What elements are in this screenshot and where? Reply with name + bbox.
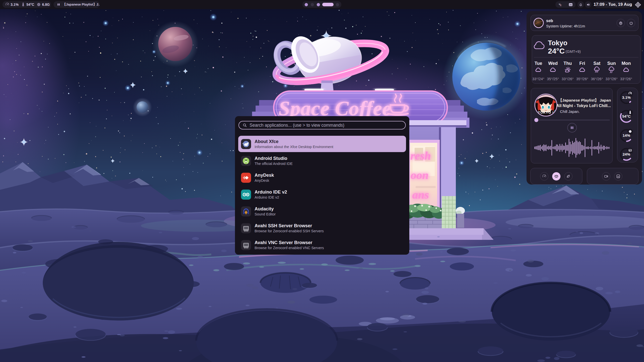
svg-text:(GMT+9): (GMT+9) [566, 49, 581, 54]
svg-text:Wed: Wed [548, 61, 558, 66]
svg-text:33°/26°: 33°/26° [620, 77, 632, 81]
svg-text:Tokyo: Tokyo [548, 39, 568, 47]
svg-text:24°C: 24°C [548, 47, 565, 55]
svg-text:Chill Japan.: Chill Japan. [560, 109, 580, 114]
svg-text:54°C: 54°C [622, 114, 631, 118]
svg-text:3.1%: 3.1% [622, 95, 631, 100]
svg-text:Thu: Thu [564, 61, 572, 66]
svg-text:14%: 14% [623, 133, 630, 138]
svg-text:Mon: Mon [622, 61, 631, 66]
svg-text:33°/26°: 33°/26° [561, 77, 574, 81]
svg-text:C: C [560, 4, 561, 7]
svg-text:Sun: Sun [607, 61, 616, 66]
svg-text:35°/26°: 35°/26° [576, 77, 588, 81]
svg-text:Sat: Sat [593, 61, 600, 66]
svg-text:ans: ans [412, 188, 429, 201]
svg-text:33°/24°: 33°/24° [532, 77, 544, 81]
svg-text:resh: resh [410, 149, 431, 162]
svg-text:oon: oon [411, 169, 429, 182]
svg-text:35°/25°: 35°/25° [547, 77, 559, 81]
svg-text:33°/26°: 33°/26° [606, 77, 618, 81]
svg-text:【Japanese Playlist】 Japan: 【Japanese Playlist】 Japan [558, 98, 611, 102]
svg-text:24%: 24% [623, 152, 630, 156]
svg-text:Tue: Tue [535, 61, 542, 66]
svg-text:All Night - Tokyo LoFi Chill..: All Night - Tokyo LoFi Chill... [556, 104, 611, 108]
svg-text:Fri: Fri [579, 61, 585, 66]
svg-text:36°/26°: 36°/26° [591, 77, 603, 81]
